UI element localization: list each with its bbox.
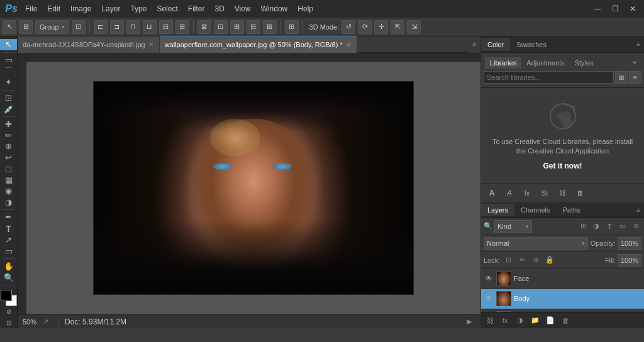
kind-text-icon[interactable]: T	[604, 221, 615, 232]
cc-getit-link[interactable]: Get it now!	[543, 162, 582, 170]
clone-tool[interactable]: ⊕	[0, 141, 18, 152]
link-layers-btn[interactable]: ⛓	[484, 315, 496, 326]
menu-3d[interactable]: 3D	[209, 2, 229, 16]
hand-tool[interactable]: ✋	[0, 261, 18, 272]
opacity-input[interactable]	[618, 237, 641, 250]
layers-tab[interactable]: Layers	[481, 204, 514, 216]
kind-smart-icon[interactable]: ⊕	[630, 221, 641, 232]
marquee-tool[interactable]: ▭	[0, 54, 18, 65]
3d-mode-btn2[interactable]: ⟳	[358, 20, 372, 34]
status-arrow[interactable]: ▶	[463, 316, 475, 328]
3d-mode-btn3[interactable]: ✛	[374, 20, 388, 34]
tab-1-close[interactable]: ✕	[148, 40, 154, 48]
layer-item-body[interactable]: 👁 Body	[481, 289, 644, 309]
gradient-tool[interactable]: ▦	[0, 174, 18, 185]
menu-window[interactable]: Window	[256, 2, 293, 16]
restore-button[interactable]: ❐	[606, 0, 624, 18]
lib-view-grid[interactable]: ⊞	[615, 71, 628, 84]
distribute-1[interactable]: ⊠	[197, 20, 211, 34]
3d-mode-btn5[interactable]: ⇲	[407, 20, 421, 34]
quick-select-tool[interactable]: ✦	[0, 77, 18, 88]
lib-view-list[interactable]: ≡	[629, 71, 641, 84]
lib-panel-menu[interactable]: ≡	[629, 57, 640, 69]
cc-star-icon[interactable]: St	[538, 186, 552, 200]
close-button[interactable]: ✕	[624, 0, 641, 18]
history-brush[interactable]: ↩	[0, 152, 18, 163]
artboard-btn[interactable]: ⊞	[19, 20, 33, 34]
distribute-4[interactable]: ⊟	[247, 20, 260, 34]
zoom-tool[interactable]: 🔍	[0, 272, 18, 283]
kind-shape-icon[interactable]: ▭	[617, 221, 628, 232]
layer-face-visibility[interactable]: 👁	[484, 273, 494, 284]
menu-type[interactable]: Type	[125, 2, 152, 16]
tab-swatches[interactable]: Swatches	[510, 38, 553, 51]
text-tool[interactable]: T	[0, 223, 18, 234]
tab-2-close[interactable]: ✕	[345, 41, 352, 49]
kind-adjust-icon[interactable]: ◑	[591, 221, 602, 232]
align-center-h[interactable]: ⊐	[110, 20, 124, 34]
color-panel-menu[interactable]: ≡	[633, 38, 644, 50]
tab-color[interactable]: Color	[481, 38, 510, 51]
add-mask-btn[interactable]: ◑	[514, 315, 526, 326]
canvas-viewport[interactable]	[18, 53, 480, 314]
cc-link-icon[interactable]: ⛓	[555, 186, 569, 200]
menu-help[interactable]: Help	[292, 2, 318, 16]
align-center-v[interactable]: ⊟	[159, 20, 173, 34]
delete-layer-btn[interactable]: 🗑	[559, 315, 572, 326]
group-dropdown[interactable]: Group ▾	[35, 20, 69, 34]
align-top[interactable]: ⊔	[143, 20, 157, 34]
cc-trash-icon[interactable]: 🗑	[573, 186, 587, 200]
cc-text-icon[interactable]: A	[485, 186, 499, 200]
lock-artboard-icon[interactable]: ⊕	[530, 255, 541, 266]
tab-2[interactable]: wallpaperflare.com_wallpaper.jpg @ 50% (…	[160, 36, 357, 53]
auto-align[interactable]: ⊞	[285, 20, 299, 34]
mask-mode-btn[interactable]: ⊘	[0, 306, 18, 317]
menu-image[interactable]: Image	[65, 2, 96, 16]
3d-mode-btn4[interactable]: ⇱	[391, 20, 404, 34]
move-tool[interactable]: ↖	[0, 39, 18, 50]
adjustments-tab[interactable]: Adjustments	[521, 57, 570, 69]
3d-mode-btn1[interactable]: ↺	[341, 20, 355, 34]
styles-tab[interactable]: Styles	[570, 57, 599, 69]
library-search-input[interactable]	[484, 71, 614, 84]
new-group-btn[interactable]: 📁	[529, 315, 541, 326]
tabs-overflow-btn[interactable]: »	[468, 36, 480, 53]
distribute-2[interactable]: ⊡	[214, 20, 228, 34]
healing-tool[interactable]: ✚	[0, 119, 18, 130]
cc-fx-icon[interactable]: fx	[520, 186, 534, 200]
pen-tool[interactable]: ✒	[0, 212, 18, 223]
align-bottom[interactable]: ⊞	[175, 20, 189, 34]
eraser-tool[interactable]: ◻	[0, 163, 18, 175]
lock-position-icon[interactable]: ✏	[516, 255, 528, 266]
fg-color-box[interactable]	[1, 290, 12, 301]
distribute-3[interactable]: ⊞	[230, 20, 244, 34]
export-btn[interactable]: ↗	[39, 316, 52, 328]
distribute-5[interactable]: ⊠	[263, 20, 277, 34]
lock-all-icon[interactable]: 🔒	[544, 255, 555, 266]
layer-item-face[interactable]: 👁 Face	[481, 269, 644, 289]
align-left[interactable]: ⊏	[94, 20, 108, 34]
minimize-button[interactable]: —	[589, 0, 606, 18]
kind-pixel-icon[interactable]: ⊞	[577, 221, 589, 232]
eyedropper-tool[interactable]: 💉	[0, 103, 18, 114]
add-style-btn[interactable]: fx	[499, 315, 511, 326]
layers-panel-menu[interactable]: ≡	[633, 204, 644, 216]
blend-mode-dropdown[interactable]: Normal ▾	[484, 237, 588, 250]
menu-edit[interactable]: Edit	[42, 2, 65, 16]
layer-kind-dropdown[interactable]: Kind ▾	[494, 220, 532, 233]
shape-tool[interactable]: ▭	[0, 245, 18, 256]
menu-select[interactable]: Select	[152, 2, 182, 16]
menu-filter[interactable]: Filter	[183, 2, 210, 16]
transform-controls[interactable]: ⊡	[72, 20, 86, 34]
fill-input[interactable]	[618, 254, 641, 267]
align-right[interactable]: ⊓	[126, 20, 140, 34]
screen-mode-btn[interactable]: ⊡	[0, 317, 18, 328]
dodge-tool[interactable]: ◑	[0, 197, 18, 208]
lasso-tool[interactable]: ⌒	[0, 65, 18, 77]
paths-tab[interactable]: Paths	[557, 204, 587, 216]
blur-tool[interactable]: ◉	[0, 185, 18, 197]
cc-type-icon[interactable]: A	[502, 186, 516, 200]
channels-tab[interactable]: Channels	[514, 204, 556, 216]
color-picker[interactable]	[1, 290, 17, 302]
lock-pixel-icon[interactable]: ⊡	[502, 255, 514, 266]
